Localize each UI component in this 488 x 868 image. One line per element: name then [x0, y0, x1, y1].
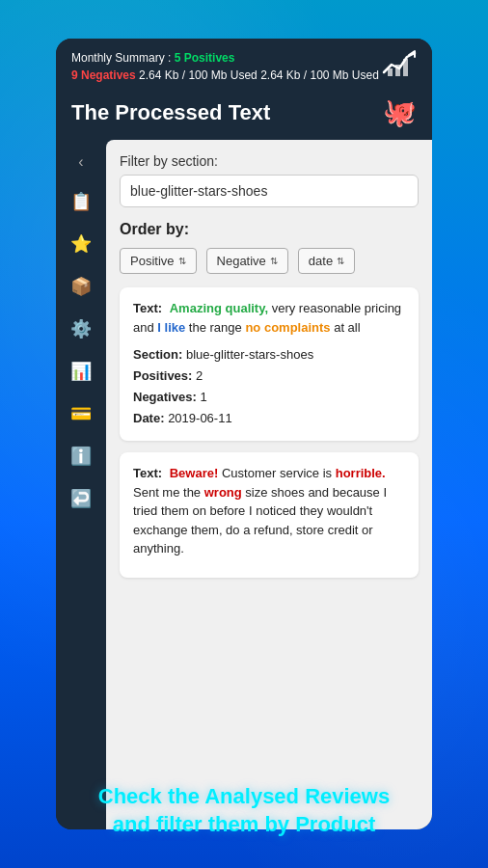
card-icon: 💳 — [70, 403, 92, 424]
review-1-meta: Section: blue-glitter-stars-shoes Positi… — [133, 344, 405, 429]
sidebar-item-clipboard[interactable]: 📋 — [64, 184, 98, 219]
main-layout: ‹ 📋 ⭐ 📦 ⚙️ 📊 💳 ℹ️ ↩️ — [56, 140, 432, 829]
phone-container: Monthly Summary : 5 Positives 9 Negative… — [56, 39, 432, 829]
header-summary: Monthly Summary : 5 Positives 9 Negative… — [71, 48, 379, 83]
monthly-summary-label: Monthly Summary : 5 Positives — [71, 51, 234, 65]
review-2-text-2: Customer service is — [222, 466, 336, 480]
clipboard-icon: 📋 — [70, 191, 92, 212]
review-card-2: Text: Beware! Customer service is horrib… — [120, 452, 419, 578]
sidebar-item-card[interactable]: 💳 — [64, 396, 98, 431]
review-1-text-label: Text: — [133, 301, 162, 315]
order-by-positive-button[interactable]: Positive ⇅ — [120, 248, 197, 274]
positive-label: Positive — [130, 254, 175, 268]
svg-rect-0 — [388, 68, 393, 76]
date-label-1: Date: — [133, 411, 165, 425]
review-1-highlight-2: I like — [157, 320, 185, 335]
octopus-mascot-icon: 🐙 — [383, 96, 417, 128]
chart-trend-icon — [382, 49, 417, 83]
sidebar-item-back[interactable]: ↩️ — [64, 481, 98, 516]
svg-rect-1 — [395, 65, 400, 76]
storage-info: 2.64 Kb / 100 Mb Used — [139, 68, 258, 82]
page-title: The Processed Text — [71, 100, 270, 125]
negatives-value-1: 1 — [200, 390, 206, 404]
settings-icon: ⚙️ — [70, 318, 92, 339]
negatives-label-1: Negatives: — [133, 390, 197, 404]
review-1-highlight-3: no complaints — [245, 320, 330, 335]
header-negatives: 9 Negatives 2.64 Kb / 100 Mb Used 2.64 K… — [71, 68, 379, 82]
order-by-negative-button[interactable]: Negative ⇅ — [206, 248, 288, 274]
svg-rect-2 — [403, 59, 408, 76]
bottom-cta: Check the Analysed Reviewsand filter the… — [0, 782, 488, 839]
review-1-text-3: the range — [189, 320, 246, 335]
order-by-label: Order by: — [120, 221, 419, 238]
collapse-arrow[interactable]: ‹ — [72, 148, 89, 176]
filter-input[interactable] — [120, 175, 419, 207]
negatives-count: 9 Negatives — [71, 68, 136, 82]
review-card-1: Text: Amazing quality, very reasonable p… — [120, 287, 419, 441]
negative-label: Negative — [217, 254, 266, 268]
positives-label-1: Positives: — [133, 368, 192, 383]
positive-sort-arrows: ⇅ — [178, 256, 186, 266]
sidebar: ‹ 📋 ⭐ 📦 ⚙️ 📊 💳 ℹ️ ↩️ — [56, 140, 106, 829]
star-icon: ⭐ — [70, 233, 92, 255]
section-label-1: Section: — [133, 347, 182, 362]
content-area: Filter by section: Order by: Positive ⇅ … — [106, 140, 432, 829]
review-1-text-4: at all — [334, 320, 360, 335]
filter-label: Filter by section: — [120, 153, 419, 169]
cta-text: Check the Analysed Reviewsand filter the… — [29, 782, 459, 839]
date-value-1: 2019-06-11 — [168, 411, 232, 425]
review-2-text: Text: Beware! Customer service is horrib… — [133, 464, 405, 558]
order-buttons: Positive ⇅ Negative ⇅ date ⇅ — [120, 248, 419, 274]
positives-count: 5 Positives — [175, 51, 235, 65]
sidebar-item-chart[interactable]: 📊 — [64, 354, 98, 389]
order-by-date-button[interactable]: date ⇅ — [298, 248, 355, 274]
date-sort-arrows: ⇅ — [337, 256, 344, 266]
header-bar: Monthly Summary : 5 Positives 9 Negative… — [56, 39, 432, 91]
box-icon: 📦 — [70, 276, 92, 297]
review-2-highlight-1: Beware! — [170, 466, 219, 480]
positives-value-1: 2 — [196, 368, 203, 383]
negative-sort-arrows: ⇅ — [270, 256, 278, 266]
review-2-text-3: Sent me the — [133, 485, 204, 500]
review-2-highlight-2: horrible. — [336, 466, 386, 480]
review-1-highlight-1: Amazing quality, — [170, 301, 268, 315]
sidebar-item-info[interactable]: ℹ️ — [64, 439, 98, 474]
sidebar-item-box[interactable]: 📦 — [64, 269, 98, 304]
filter-section: Filter by section: — [120, 153, 419, 207]
review-2-text-label: Text: — [133, 466, 162, 480]
info-icon: ℹ️ — [70, 446, 92, 467]
date-label: date — [309, 254, 333, 268]
section-value-1: blue-glitter-stars-shoes — [186, 347, 313, 362]
sidebar-item-settings[interactable]: ⚙️ — [64, 312, 98, 346]
review-1-text: Text: Amazing quality, very reasonable p… — [133, 299, 405, 337]
title-bar: The Processed Text 🐙 — [56, 91, 432, 140]
back-icon: ↩️ — [70, 488, 92, 509]
sidebar-item-star[interactable]: ⭐ — [64, 227, 98, 261]
review-2-highlight-3: wrong — [204, 485, 242, 500]
bar-chart-icon: 📊 — [70, 361, 92, 382]
